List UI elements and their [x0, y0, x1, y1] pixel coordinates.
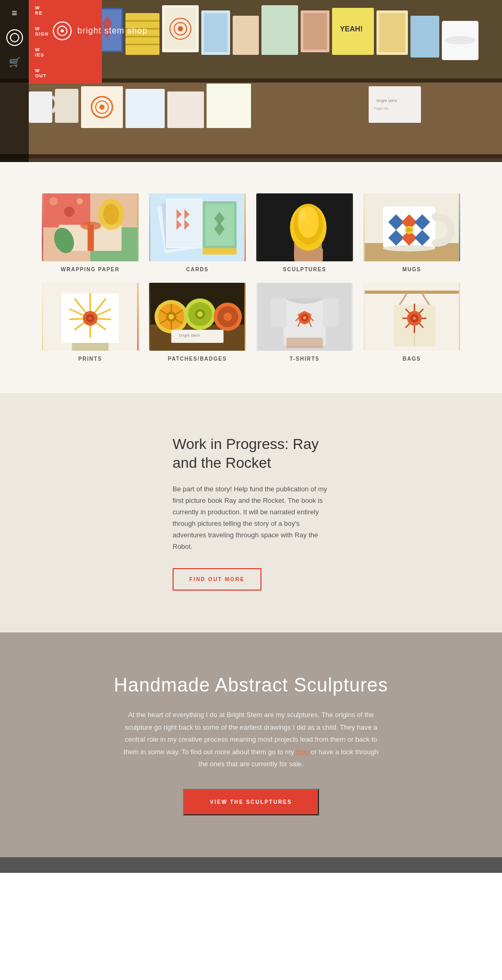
brand-logo-inner [10, 33, 19, 42]
product-item-prints[interactable]: PRINTS [42, 283, 139, 362]
brand-bar: bright stem shop [52, 21, 147, 41]
svg-rect-3 [0, 154, 502, 158]
product-img-t-shirts [256, 283, 353, 351]
product-label-mugs: MUGS [403, 267, 421, 272]
product-item-mugs[interactable]: MUGS [363, 193, 460, 272]
svg-point-117 [89, 317, 92, 320]
product-item-sculptures[interactable]: SCULPTURES [256, 193, 353, 272]
product-label-bags: BAGS [403, 356, 421, 362]
svg-rect-26 [204, 13, 227, 52]
wip-section: Work in Progress: Ray and the Rocket Be … [0, 393, 502, 632]
sculptures-section-title: Handmade Abstract Sculptures [21, 674, 481, 696]
nav-item-new[interactable]: W RE [29, 0, 102, 21]
svg-point-92 [383, 245, 436, 251]
product-item-t-shirts[interactable]: T-SHIRTS [256, 283, 353, 362]
svg-point-61 [81, 222, 101, 230]
brand-logo-svg [52, 21, 72, 41]
svg-point-56 [50, 197, 58, 205]
product-img-sculptures [256, 193, 353, 261]
svg-text:YEAH!: YEAH! [340, 25, 363, 33]
brand-name: bright stem shop [77, 26, 147, 36]
wip-body: Be part of the story! Help fund the publ… [173, 483, 329, 553]
product-img-bags [363, 283, 460, 351]
svg-point-149 [303, 316, 306, 319]
svg-rect-78 [203, 248, 237, 255]
svg-text:bright stem: bright stem [376, 98, 397, 103]
svg-rect-38 [29, 91, 52, 123]
svg-point-52 [61, 29, 64, 32]
cart-icon[interactable]: 🛒 [9, 56, 20, 68]
svg-rect-27 [233, 16, 259, 55]
svg-point-126 [169, 314, 174, 319]
product-grid: WRAPPING PAPER [42, 193, 460, 362]
svg-rect-138 [271, 298, 287, 327]
product-label-prints: PRINTS [78, 356, 102, 362]
product-label-cards: CARDS [186, 267, 209, 272]
nav-item-ries[interactable]: W IES [29, 42, 102, 63]
svg-rect-39 [55, 89, 78, 123]
svg-text:bright stem: bright stem [179, 333, 200, 338]
svg-rect-150 [287, 338, 323, 348]
wip-title: Work in Progress: Ray and the Rocket [173, 435, 329, 473]
sculptures-blog-link[interactable]: blog [296, 748, 309, 756]
product-section: WRAPPING PAPER [0, 162, 502, 393]
svg-rect-44 [126, 89, 165, 128]
hamburger-icon[interactable]: ≡ [12, 8, 17, 19]
product-item-cards[interactable]: CARDS [149, 193, 246, 272]
hero-section: YEAH! bright stem Page d'a [0, 0, 502, 162]
sculptures-section-body: At the heart of everything I do at Brigh… [120, 709, 382, 770]
svg-point-58 [77, 198, 83, 204]
svg-text:Page d'a...: Page d'a... [374, 107, 391, 111]
product-img-cards [149, 193, 246, 261]
svg-point-37 [444, 36, 476, 44]
product-label-patches-badges: PATCHES/BADGES [168, 356, 227, 362]
svg-point-133 [224, 313, 232, 321]
svg-rect-139 [323, 298, 339, 327]
svg-rect-47 [369, 86, 421, 123]
product-item-wrapping-paper[interactable]: WRAPPING PAPER [42, 193, 139, 272]
nav-sidebar: ≡ 🛒 [0, 0, 29, 162]
product-img-prints [42, 283, 139, 351]
product-label-t-shirts: T-SHIRTS [290, 356, 320, 362]
product-img-wrapping-paper [42, 193, 139, 261]
svg-rect-28 [261, 5, 298, 55]
view-sculptures-button[interactable]: VIEW THE SCULPTURES [183, 789, 320, 815]
svg-rect-30 [303, 13, 327, 50]
brand-logo-circle [6, 29, 23, 46]
nav-item-about[interactable]: W OUT [29, 63, 102, 84]
svg-point-88 [298, 208, 306, 221]
product-img-mugs [363, 193, 460, 261]
product-label-sculptures: SCULPTURES [283, 267, 326, 272]
svg-point-24 [178, 26, 183, 31]
svg-point-63 [104, 204, 119, 225]
product-img-patches-badges: bright stem [149, 283, 246, 351]
svg-rect-152 [365, 291, 459, 294]
product-label-wrapping-paper: WRAPPING PAPER [61, 267, 120, 272]
svg-rect-34 [379, 13, 405, 52]
product-item-patches-badges[interactable]: bright stem PATCHES/BADGES [149, 283, 246, 362]
nav-labels: W RE W SIGN W IES W OUT [29, 0, 102, 84]
sculptures-section: Handmade Abstract Sculptures At the hear… [0, 632, 502, 857]
svg-point-130 [198, 312, 203, 317]
svg-point-57 [64, 206, 75, 217]
svg-rect-45 [167, 91, 204, 128]
svg-rect-35 [410, 16, 439, 57]
find-out-more-button[interactable]: FIND OUT MORE [173, 568, 261, 591]
svg-point-167 [413, 317, 416, 320]
svg-rect-46 [207, 84, 251, 128]
product-item-bags[interactable]: BAGS [363, 283, 460, 362]
bottom-strip [0, 857, 502, 873]
wip-content: Work in Progress: Ray and the Rocket Be … [152, 435, 350, 591]
svg-point-43 [99, 105, 105, 110]
